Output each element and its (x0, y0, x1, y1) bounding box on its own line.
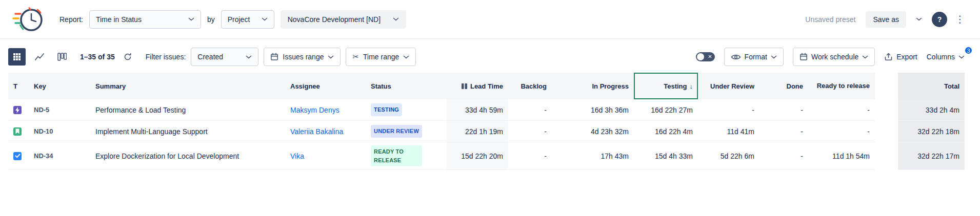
board-view-button[interactable] (53, 48, 71, 66)
cell-type (8, 142, 29, 170)
assignee-link[interactable]: Valeriia Bakalina (290, 127, 343, 136)
issue-type-story-icon (13, 127, 22, 136)
cell-ready-to-release: - (808, 99, 875, 121)
time-in-status-table: T Key Summary Assignee Status Lead Time … (8, 73, 972, 170)
cell-in-progress: 16d 3h 36m (552, 99, 634, 121)
assignee-link[interactable]: Maksym Denys (290, 106, 339, 114)
scissors-icon: ✂ (352, 52, 359, 61)
cell-under-review: 11d 41m (698, 121, 759, 142)
filter-field-select[interactable]: Created (191, 48, 258, 66)
cell-key: ND-10 (29, 121, 90, 142)
report-toolbar: 1–35 of 35 Filter issues: Created Issues… (0, 43, 980, 71)
chevron-down-icon (958, 55, 965, 59)
table-row: ND-34 Explore Dockerization for Local De… (8, 142, 972, 170)
cell-status: TESTING (366, 99, 447, 121)
status-badge: TESTING (371, 103, 402, 116)
line-chart-icon (34, 52, 45, 61)
cell-backlog: - (508, 142, 552, 170)
col-header-status[interactable]: Status (366, 73, 447, 99)
save-as-dropdown-button[interactable] (911, 11, 927, 28)
col-header-assignee[interactable]: Assignee (285, 73, 366, 99)
cell-assignee: Valeriia Bakalina (285, 121, 366, 142)
col-header-summary[interactable]: Summary (90, 73, 285, 99)
cell-status: READY TO RELEASE (366, 142, 447, 170)
refresh-button[interactable] (120, 49, 135, 65)
chart-view-button[interactable] (31, 48, 48, 66)
work-schedule-button[interactable]: Work schedule (793, 48, 875, 66)
col-header-type[interactable]: T (8, 73, 29, 99)
export-button[interactable]: Export (884, 53, 917, 61)
format-label: Format (745, 53, 767, 61)
cell-done: - (759, 99, 808, 121)
cell-ready-to-release: - (808, 121, 875, 142)
chevron-down-icon (328, 55, 334, 59)
lead-time-header-label: Lead Time (470, 82, 503, 90)
project-select[interactable]: NovaCore Development [ND] (281, 10, 406, 29)
cell-testing: 16d 22h 27m (634, 99, 698, 121)
issue-key: ND-10 (34, 127, 53, 135)
report-type-value: Time in Status (96, 15, 142, 24)
chevron-down-icon (262, 17, 268, 21)
cell-summary: Explore Dockerization for Local Developm… (90, 142, 285, 170)
column-gap-spacer (875, 142, 898, 170)
col-header-ready-to-release[interactable]: Ready to release (808, 73, 875, 99)
app-logo-icon (12, 5, 45, 34)
col-header-backlog[interactable]: Backlog (508, 73, 552, 99)
top-bar: Report: Time in Status by Project NovaCo… (0, 0, 980, 39)
assignee-link[interactable]: Vika (290, 152, 304, 160)
cell-type (8, 99, 29, 121)
sort-desc-icon: ↓ (690, 82, 693, 90)
save-as-button[interactable]: Save as (866, 11, 906, 28)
issue-type-bolt-icon (13, 106, 22, 114)
display-toggle[interactable]: ✕ (696, 52, 715, 61)
help-button[interactable]: ? (932, 12, 947, 27)
columns-button[interactable]: Columns 3 (927, 53, 965, 61)
cell-assignee: Maksym Denys (285, 99, 366, 121)
cell-lead-time: 33d 4h 59m (447, 99, 508, 121)
cell-done: - (759, 142, 808, 170)
testing-header-label: Testing (664, 82, 687, 90)
cell-lead-time: 22d 1h 19m (447, 121, 508, 142)
cell-testing: 15d 4h 33m (634, 142, 698, 170)
chevron-down-icon (916, 17, 922, 21)
chevron-down-icon (862, 55, 868, 59)
issues-range-button[interactable]: Issues range (264, 48, 341, 66)
group-by-select[interactable]: Project (221, 10, 274, 29)
issue-key: ND-34 (34, 152, 53, 160)
issues-range-label: Issues range (283, 53, 324, 61)
time-range-label: Time range (363, 53, 399, 61)
result-count: 1–35 of 35 (80, 53, 115, 61)
cell-status: UNDER REVIEW (366, 121, 447, 142)
toggle-off-icon: ✕ (708, 53, 712, 60)
cell-total: 33d 2h 4m (898, 99, 965, 121)
column-gap-spacer (875, 73, 898, 99)
col-header-testing[interactable]: Testing ↓ (634, 73, 698, 99)
preset-status-text: Unsaved preset (805, 15, 855, 24)
grid-view-button[interactable] (8, 48, 26, 66)
more-options-button[interactable]: ⋮ (952, 11, 968, 28)
chevron-down-icon (246, 55, 252, 59)
cell-key: ND-5 (29, 99, 90, 121)
cell-assignee: Vika (285, 142, 366, 170)
cell-in-progress: 4d 23h 32m (552, 121, 634, 142)
time-range-button[interactable]: ✂ Time range (346, 48, 416, 66)
col-header-lead-time[interactable]: Lead Time (447, 73, 508, 99)
chevron-down-icon (393, 17, 399, 21)
top-bar-actions: Unsaved preset Save as ? ⋮ (805, 11, 968, 28)
col-header-key[interactable]: Key (29, 73, 90, 99)
chevron-down-icon (403, 55, 409, 59)
col-header-total[interactable]: Total (898, 73, 965, 99)
by-label: by (207, 15, 215, 24)
column-gap-spacer (875, 121, 898, 142)
project-value: NovaCore Development [ND] (288, 15, 381, 24)
col-header-done[interactable]: Done (759, 73, 808, 99)
cell-lead-time: 15d 22h 20m (447, 142, 508, 170)
toggle-knob (697, 53, 704, 60)
cell-in-progress: 17h 43m (552, 142, 634, 170)
col-header-in-progress[interactable]: In Progress (552, 73, 634, 99)
group-by-value: Project (228, 15, 250, 24)
issue-type-task-icon (13, 152, 22, 160)
format-button[interactable]: Format (724, 48, 784, 66)
col-header-under-review[interactable]: Under Review (698, 73, 759, 99)
report-type-select[interactable]: Time in Status (89, 10, 201, 29)
